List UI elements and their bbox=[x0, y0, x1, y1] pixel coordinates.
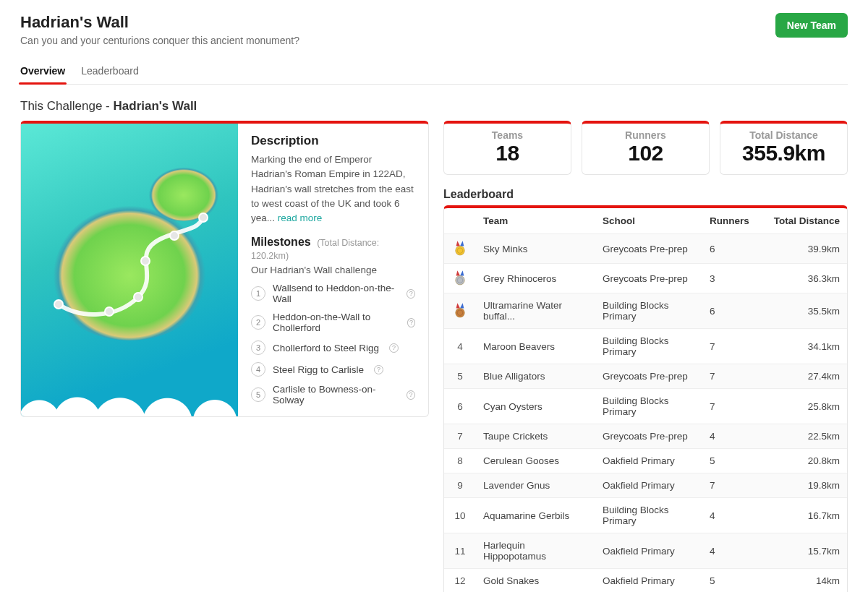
rank-cell: 4 bbox=[444, 329, 476, 364]
milestones-subtitle: Our Hadrian's Wall challenge bbox=[251, 265, 415, 275]
rank-cell: 11 bbox=[444, 533, 476, 569]
stat-value-teams: 18 bbox=[448, 141, 566, 166]
team-cell: Cerulean Gooses bbox=[476, 449, 595, 473]
stat-value-distance: 355.9km bbox=[725, 141, 843, 166]
school-cell: Greycoats Pre-prep bbox=[595, 424, 702, 449]
table-row[interactable]: 11Harlequin HippopotamusOakfield Primary… bbox=[444, 533, 847, 569]
stat-card-runners: Runners 102 bbox=[582, 121, 710, 175]
school-cell: Greycoats Pre-prep bbox=[595, 264, 702, 293]
help-icon[interactable]: ? bbox=[407, 390, 415, 400]
runners-cell: 5 bbox=[702, 569, 760, 593]
team-cell: Gold Snakes bbox=[476, 569, 595, 593]
breadcrumb-prefix: This Challenge - bbox=[20, 99, 114, 113]
team-cell: Grey Rhinoceros bbox=[476, 264, 595, 293]
medal-gold-icon bbox=[454, 243, 467, 254]
milestone-item: 2Heddon-on-the-Wall to Chollerford? bbox=[251, 312, 415, 333]
rank-cell: 9 bbox=[444, 473, 476, 498]
distance-cell: 19.8km bbox=[760, 473, 847, 498]
col-runners: Runners bbox=[702, 208, 760, 234]
col-team: Team bbox=[476, 208, 595, 234]
team-cell: Cyan Oysters bbox=[476, 389, 595, 424]
challenge-map-image bbox=[21, 124, 238, 416]
distance-cell: 34.1km bbox=[760, 329, 847, 364]
rank-cell bbox=[444, 293, 476, 329]
table-row[interactable]: 9Lavender GnusOakfield Primary719.8km bbox=[444, 473, 847, 498]
school-cell: Oakfield Primary bbox=[595, 569, 702, 593]
svg-point-10 bbox=[456, 308, 465, 317]
rank-cell: 12 bbox=[444, 569, 476, 593]
help-icon[interactable]: ? bbox=[374, 365, 383, 374]
milestone-item: 3Chollerford to Steel Rigg? bbox=[251, 340, 415, 355]
rank-cell: 6 bbox=[444, 389, 476, 424]
stat-card-distance: Total Distance 355.9km bbox=[720, 121, 848, 175]
tab-overview[interactable]: Overview bbox=[20, 59, 65, 84]
rank-cell bbox=[444, 234, 476, 264]
table-row[interactable]: Ultramarine Water buffal...Building Bloc… bbox=[444, 293, 847, 329]
breadcrumb: This Challenge - Hadrian's Wall bbox=[20, 99, 848, 113]
school-cell: Building Blocks Primary bbox=[595, 389, 702, 424]
read-more-link[interactable]: read more bbox=[278, 213, 323, 223]
table-row[interactable]: 6Cyan OystersBuilding Blocks Primary725.… bbox=[444, 389, 847, 424]
table-row[interactable]: 5Blue AlligatorsGreycoats Pre-prep727.4k… bbox=[444, 364, 847, 389]
stat-label-teams: Teams bbox=[448, 129, 566, 141]
runners-cell: 4 bbox=[702, 424, 760, 449]
milestone-label: Chollerford to Steel Rigg bbox=[273, 343, 379, 353]
team-cell: Maroon Beavers bbox=[476, 329, 595, 364]
distance-cell: 36.3km bbox=[760, 264, 847, 293]
tab-leaderboard[interactable]: Leaderboard bbox=[81, 59, 138, 84]
rank-cell bbox=[444, 264, 476, 293]
col-school: School bbox=[595, 208, 702, 234]
school-cell: Oakfield Primary bbox=[595, 473, 702, 498]
table-row[interactable]: 10Aquamarine GerbilsBuilding Blocks Prim… bbox=[444, 498, 847, 533]
breadcrumb-name: Hadrian's Wall bbox=[114, 99, 197, 113]
description-heading: Description bbox=[251, 134, 415, 148]
new-team-button[interactable]: New Team bbox=[775, 13, 848, 38]
runners-cell: 7 bbox=[702, 364, 760, 389]
distance-cell: 39.9km bbox=[760, 234, 847, 264]
table-row[interactable]: Grey RhinocerosGreycoats Pre-prep336.3km bbox=[444, 264, 847, 293]
runners-cell: 5 bbox=[702, 449, 760, 473]
team-cell: Sky Minks bbox=[476, 234, 595, 264]
medal-bronze-icon bbox=[454, 305, 467, 316]
table-row[interactable]: 8Cerulean GoosesOakfield Primary520.8km bbox=[444, 449, 847, 473]
challenge-card: Description Marking the end of Emperor H… bbox=[20, 121, 429, 417]
milestone-label: Carlisle to Bowness-on-Solway bbox=[273, 384, 396, 406]
distance-cell: 35.5km bbox=[760, 293, 847, 329]
table-row[interactable]: 4Maroon BeaversBuilding Blocks Primary73… bbox=[444, 329, 847, 364]
milestone-number: 5 bbox=[251, 387, 265, 402]
runners-cell: 3 bbox=[702, 264, 760, 293]
svg-point-6 bbox=[456, 246, 465, 255]
milestone-item: 5Carlisle to Bowness-on-Solway? bbox=[251, 384, 415, 406]
distance-cell: 16.7km bbox=[760, 498, 847, 533]
school-cell: Building Blocks Primary bbox=[595, 498, 702, 533]
runners-cell: 6 bbox=[702, 234, 760, 264]
leaderboard-card: Team School Runners Total Distance Sky M… bbox=[443, 205, 848, 592]
help-icon[interactable]: ? bbox=[389, 343, 399, 353]
runners-cell: 6 bbox=[702, 293, 760, 329]
school-cell: Building Blocks Primary bbox=[595, 329, 702, 364]
milestone-number: 1 bbox=[251, 286, 265, 301]
page-title: Hadrian's Wall bbox=[20, 13, 299, 32]
school-cell: Oakfield Primary bbox=[595, 449, 702, 473]
help-icon[interactable]: ? bbox=[407, 289, 415, 299]
table-row[interactable]: 7Taupe CricketsGreycoats Pre-prep422.5km bbox=[444, 424, 847, 449]
milestone-item: 1Wallsend to Heddon-on-the-Wall? bbox=[251, 283, 415, 304]
milestone-number: 3 bbox=[251, 340, 265, 355]
stat-label-runners: Runners bbox=[587, 129, 705, 141]
page-subtitle: Can you and your centurions conquer this… bbox=[20, 35, 299, 46]
table-row[interactable]: Sky MinksGreycoats Pre-prep639.9km bbox=[444, 234, 847, 264]
milestones-heading: Milestones (Total Distance: 120.2km) bbox=[251, 236, 415, 262]
svg-point-8 bbox=[456, 275, 465, 285]
help-icon[interactable]: ? bbox=[407, 318, 415, 327]
runners-cell: 4 bbox=[702, 533, 760, 569]
runners-cell: 7 bbox=[702, 473, 760, 498]
school-cell: Oakfield Primary bbox=[595, 533, 702, 569]
table-row[interactable]: 12Gold SnakesOakfield Primary514km bbox=[444, 569, 847, 593]
distance-cell: 22.5km bbox=[760, 424, 847, 449]
distance-cell: 14km bbox=[760, 569, 847, 593]
stat-label-distance: Total Distance bbox=[725, 129, 843, 141]
rank-cell: 8 bbox=[444, 449, 476, 473]
milestone-number: 4 bbox=[251, 362, 265, 377]
milestone-label: Wallsend to Heddon-on-the-Wall bbox=[273, 283, 396, 304]
school-cell: Building Blocks Primary bbox=[595, 293, 702, 329]
